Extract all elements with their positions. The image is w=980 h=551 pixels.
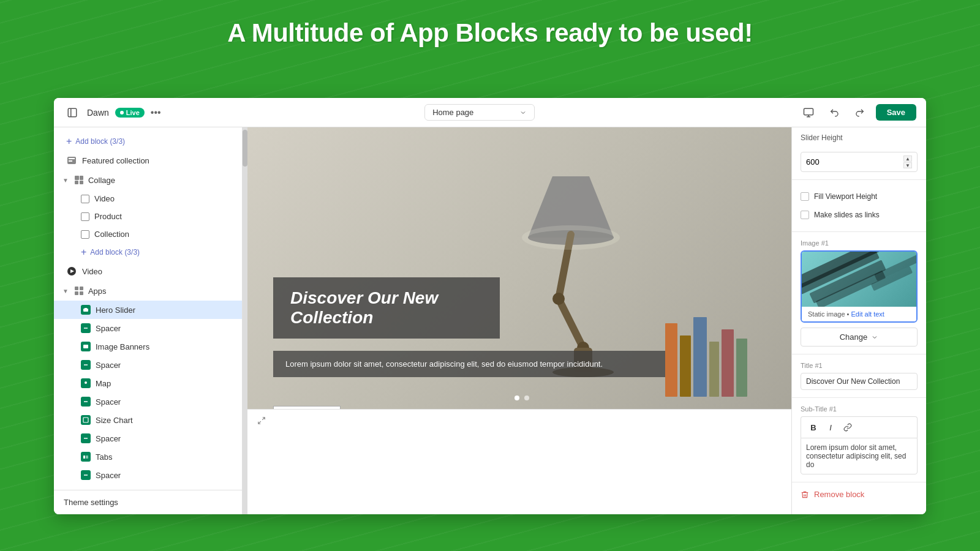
sidebar-item-video[interactable]: Video — [54, 261, 242, 281]
edit-alt-text-link[interactable]: Edit alt text — [851, 310, 884, 318]
slide-dots — [514, 395, 529, 400]
remove-block-button[interactable]: Remove block — [792, 482, 926, 506]
size-chart-label: Size Chart — [96, 416, 133, 425]
make-slides-links-checkbox[interactable] — [801, 211, 809, 219]
slider-height-input[interactable]: 600 ▲ ▼ — [801, 152, 918, 172]
spacer1-label: Spacer — [96, 324, 121, 333]
canvas-scrollbar[interactable] — [243, 127, 247, 514]
header-title: A Multitude of App Blocks ready to be us… — [227, 18, 752, 47]
fill-viewport-row[interactable]: Fill Viewport Height — [801, 187, 918, 206]
sidebar-item-spacer4[interactable]: Spacer — [54, 429, 242, 448]
sidebar-item-featured-collection[interactable]: Featured collection — [54, 151, 242, 170]
hero-shop-now-button[interactable]: Shop Now — [273, 406, 341, 409]
svg-rect-8 — [80, 181, 83, 184]
size-chart-icon — [81, 415, 91, 425]
image-preview-box[interactable]: Static image • Edit alt text — [801, 250, 918, 323]
sidebar-item-spacer3[interactable]: Spacer — [54, 392, 242, 411]
sidebar-item-image-banners[interactable]: Image Banners — [54, 337, 242, 356]
spacer3-icon — [81, 397, 91, 407]
hero-overlay-desc: Lorem ipsum dolor sit amet, consectetur … — [273, 351, 665, 377]
collage-section-header[interactable]: ▼ Collage — [54, 170, 242, 190]
subtitle-section: Sub-Title #1 B I Lorem ipsum dolor sit a… — [792, 398, 926, 482]
link-button[interactable] — [840, 420, 855, 435]
image-label-text: Image #1 — [801, 239, 829, 247]
hero-desc-text: Lorem ipsum dolor sit amet, consectetur … — [285, 359, 603, 369]
save-button[interactable]: Save — [876, 104, 916, 121]
svg-rect-21 — [83, 418, 88, 422]
back-icon[interactable] — [64, 104, 81, 121]
collection-child-label: Collection — [94, 230, 129, 239]
title-input[interactable] — [801, 373, 918, 390]
sidebar-item-map[interactable]: Map — [54, 374, 242, 392]
desktop-view-icon[interactable] — [799, 103, 818, 122]
tabs-label: Tabs — [96, 452, 112, 462]
canvas-scrollbar-thumb[interactable] — [243, 130, 247, 167]
svg-rect-6 — [80, 176, 83, 180]
product-child-icon — [81, 212, 89, 221]
tabs-icon — [81, 452, 91, 462]
spinner-up-btn[interactable]: ▲ — [903, 156, 912, 162]
canvas-area: Discover Our New Collection Lorem ipsum … — [243, 127, 791, 514]
spacer2-icon — [81, 360, 91, 370]
bold-button[interactable]: B — [806, 420, 821, 435]
top-bar-center: Home page — [168, 104, 791, 121]
product-child-label: Product — [94, 212, 122, 221]
svg-rect-0 — [68, 108, 77, 117]
video-label: Video — [82, 267, 102, 276]
more-menu-icon[interactable]: ••• — [151, 107, 161, 118]
video-child-icon — [81, 195, 89, 203]
change-button[interactable]: Change — [801, 328, 918, 347]
theme-settings-bar[interactable]: Theme settings — [54, 490, 242, 514]
image-caption: Static image • Edit alt text — [802, 307, 916, 321]
spacer1-icon — [81, 323, 91, 333]
change-button-label: Change — [840, 332, 868, 342]
sidebar-item-spacer5[interactable]: Spacer — [54, 466, 242, 484]
slide-dot-1[interactable] — [514, 395, 519, 400]
sidebar-item-size-chart[interactable]: Size Chart — [54, 411, 242, 429]
collage-arrow-icon: ▼ — [62, 177, 69, 184]
svg-rect-7 — [75, 181, 78, 184]
page-select-dropdown[interactable]: Home page — [424, 104, 535, 121]
fill-viewport-label: Fill Viewport Height — [814, 192, 877, 201]
svg-rect-12 — [80, 287, 83, 290]
add-block-collage[interactable]: + Add block (3/3) — [54, 243, 242, 261]
editor-container: Dawn Live ••• Home page Save — [54, 98, 926, 514]
svg-rect-24 — [86, 455, 88, 459]
svg-rect-13 — [75, 291, 78, 295]
change-chevron-icon — [871, 334, 878, 341]
slide-dot-2[interactable] — [524, 395, 529, 400]
spacer3-label: Spacer — [96, 397, 121, 407]
sidebar-item-hero-slider[interactable]: Hero Slider — [54, 301, 242, 319]
dropdown-chevron-icon — [519, 109, 527, 116]
svg-rect-4 — [69, 160, 72, 162]
image-banners-icon — [81, 342, 91, 351]
svg-rect-3 — [69, 158, 75, 159]
sidebar-item-video-child[interactable]: Video — [54, 190, 242, 208]
image-preview-inner — [802, 252, 916, 307]
redo-icon[interactable] — [850, 103, 870, 122]
sidebar-item-spacer1[interactable]: Spacer — [54, 319, 242, 337]
italic-button[interactable]: I — [823, 420, 838, 435]
apps-section-header[interactable]: ▼ Apps — [54, 281, 242, 301]
make-slides-links-row[interactable]: Make slides as links — [801, 206, 918, 224]
spinner-down-btn[interactable]: ▼ — [903, 162, 912, 168]
top-bar-left: Dawn Live ••• — [64, 104, 161, 121]
undo-icon[interactable] — [824, 103, 844, 122]
add-block-top[interactable]: + Add block (3/3) — [54, 132, 242, 151]
add-block-top-label: Add block (3/3) — [75, 137, 125, 146]
italic-icon: I — [829, 423, 832, 432]
spacer2-label: Spacer — [96, 361, 121, 370]
subtitle-textarea[interactable]: Lorem ipsum dolor sit amet, consectetur … — [801, 438, 918, 474]
collage-icon — [74, 174, 85, 186]
sidebar-item-spacer2[interactable]: Spacer — [54, 356, 242, 374]
svg-point-19 — [85, 381, 87, 384]
sidebar-item-tabs[interactable]: Tabs — [54, 448, 242, 466]
svg-rect-11 — [75, 287, 78, 290]
map-icon — [81, 378, 91, 388]
subtitle-text-content: Lorem ipsum dolor sit amet, consectetur … — [806, 443, 906, 469]
live-label: Live — [126, 109, 140, 116]
sidebar-item-product-child[interactable]: Product — [54, 208, 242, 225]
fill-viewport-checkbox[interactable] — [801, 192, 809, 201]
hero-image-area: Discover Our New Collection Lorem ipsum … — [247, 127, 791, 409]
sidebar-item-collection-child[interactable]: Collection — [54, 225, 242, 243]
